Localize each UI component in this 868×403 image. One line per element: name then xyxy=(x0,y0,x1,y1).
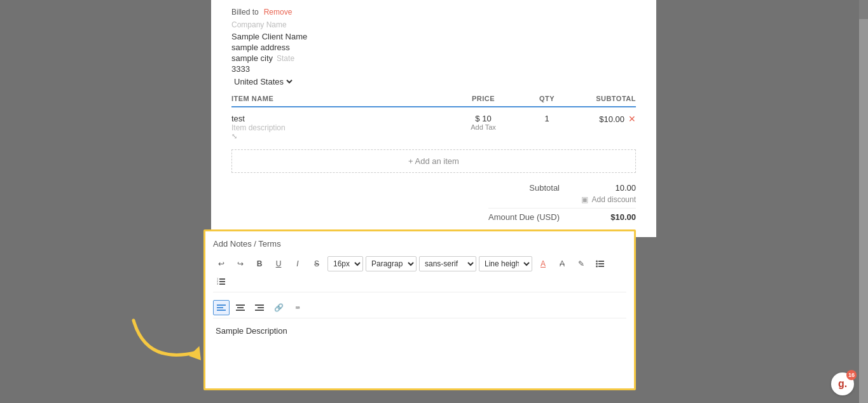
align-center-button[interactable] xyxy=(232,300,249,315)
list-unordered-button[interactable] xyxy=(592,256,609,271)
font-family-select[interactable]: sans-serif serif monospace xyxy=(419,256,476,271)
svg-rect-16 xyxy=(237,307,244,308)
table-row: test Item description ⤡ $ 10 Add Tax 1 $… xyxy=(231,110,636,144)
editor-toolbar-row1: ↩ ↪ B U I S 16px 12px 14px 18px 24px Par… xyxy=(213,254,626,292)
svg-rect-7 xyxy=(219,281,225,282)
align-right-button[interactable] xyxy=(251,300,268,315)
remove-link[interactable]: Remove xyxy=(264,8,293,17)
svg-rect-20 xyxy=(255,310,264,311)
line-height-select[interactable]: Line height 1.0 1.5 2.0 xyxy=(479,256,532,271)
align-left-button[interactable] xyxy=(213,300,230,315)
items-header: ITEM NAME PRICE QTY SUBTOTAL xyxy=(231,95,636,107)
svg-rect-1 xyxy=(598,263,604,264)
link-button[interactable]: 🔗 xyxy=(270,300,287,315)
client-name: Sample Client Name xyxy=(231,32,636,41)
svg-rect-13 xyxy=(217,307,223,308)
item-subtotal-col: $10.00 ✕ xyxy=(572,114,636,124)
editor-text: Sample Description xyxy=(216,326,287,336)
subtotal-row: Subtotal 10.00 xyxy=(529,183,636,193)
billed-to-section: Billed to Remove Company Name Sample Cli… xyxy=(221,0,646,95)
item-price: $ 10 xyxy=(475,114,491,123)
subtotal-label: Subtotal xyxy=(529,183,560,193)
code-button[interactable]: ⌨ xyxy=(289,300,306,315)
invoice-card: Billed to Remove Company Name Sample Cli… xyxy=(211,0,656,237)
billed-to-label: Billed to xyxy=(231,8,259,17)
add-tax-link[interactable]: Add Tax xyxy=(445,123,521,131)
svg-rect-8 xyxy=(219,283,225,285)
add-discount-link[interactable]: Add discount xyxy=(592,195,636,204)
add-item-button[interactable]: + Add an item xyxy=(231,149,636,173)
font-size-select[interactable]: 16px 12px 14px 18px 24px xyxy=(327,256,363,271)
svg-rect-17 xyxy=(236,310,245,311)
font-color-button[interactable]: A xyxy=(535,256,551,271)
redo-button[interactable]: ↪ xyxy=(232,256,249,271)
svg-rect-0 xyxy=(598,261,604,262)
item-resize-handle[interactable]: ⤡ xyxy=(231,132,445,140)
header-price: PRICE xyxy=(445,95,521,102)
amount-due-row: Amount Due (USD) $10.00 xyxy=(488,208,636,222)
client-zip: 3333 xyxy=(231,64,636,74)
svg-rect-6 xyxy=(219,278,225,280)
g-circle: g. 16 xyxy=(831,372,854,395)
discount-row: ▣ Add discount xyxy=(581,195,636,204)
item-name: test xyxy=(231,114,445,123)
arrow-annotation xyxy=(127,314,210,365)
svg-point-4 xyxy=(596,263,598,265)
amount-due-label: Amount Due (USD) xyxy=(488,212,560,222)
svg-text:3: 3 xyxy=(217,282,219,285)
svg-rect-2 xyxy=(598,266,604,267)
special-char-button[interactable]: ✎ xyxy=(573,256,589,271)
notes-section: Add Notes / Terms ↩ ↪ B U I S 16px 12px … xyxy=(203,229,636,390)
svg-point-3 xyxy=(596,261,598,263)
client-address: sample address xyxy=(231,43,636,52)
country-select[interactable]: United States xyxy=(231,76,294,87)
italic-button[interactable]: I xyxy=(289,256,306,271)
items-table: ITEM NAME PRICE QTY SUBTOTAL test Item d… xyxy=(221,95,646,144)
list-ordered-button[interactable]: 123 xyxy=(213,274,230,289)
item-subtotal: $10.00 xyxy=(599,114,624,124)
undo-button[interactable]: ↩ xyxy=(213,256,230,271)
svg-rect-19 xyxy=(258,307,264,308)
g-badge: 16 xyxy=(846,370,857,380)
subtotal-value: 10.00 xyxy=(598,183,636,193)
item-description: Item description xyxy=(231,123,445,132)
clear-format-button[interactable]: A xyxy=(554,256,570,271)
underline-button[interactable]: U xyxy=(270,256,287,271)
amount-due-value: $10.00 xyxy=(598,212,636,222)
editor-content-area[interactable]: Sample Description xyxy=(213,324,626,381)
g-icon[interactable]: g. 16 xyxy=(831,372,854,395)
state-placeholder: State xyxy=(277,54,294,63)
header-qty: QTY xyxy=(521,95,572,102)
client-city-row: sample city State xyxy=(231,53,636,63)
g-letter: g. xyxy=(838,378,847,390)
header-subtotal: SUBTOTAL xyxy=(572,95,636,102)
item-delete-button[interactable]: ✕ xyxy=(628,114,636,124)
notes-title: Add Notes / Terms xyxy=(213,239,626,249)
svg-rect-14 xyxy=(217,310,226,311)
paragraph-select[interactable]: Paragraph Heading 1 Heading 2 xyxy=(366,256,417,271)
svg-rect-12 xyxy=(217,304,226,306)
client-city: sample city xyxy=(231,53,273,63)
totals-section: Subtotal 10.00 ▣ Add discount Amount Due… xyxy=(221,178,646,227)
item-price-col: $ 10 Add Tax xyxy=(445,114,521,131)
editor-toolbar-row2: 🔗 ⌨ xyxy=(213,297,626,318)
discount-icon: ▣ xyxy=(581,195,588,204)
item-name-col: test Item description ⤡ xyxy=(231,114,445,140)
svg-point-5 xyxy=(596,266,598,268)
svg-rect-18 xyxy=(255,304,264,306)
svg-rect-15 xyxy=(236,304,245,306)
billed-to-header: Billed to Remove xyxy=(231,8,636,17)
strikethrough-button[interactable]: S xyxy=(308,256,325,271)
company-name-placeholder: Company Name xyxy=(231,20,636,29)
country-select-row: United States xyxy=(231,76,636,87)
item-qty: 1 xyxy=(521,114,572,123)
bold-button[interactable]: B xyxy=(251,256,268,271)
header-item-name: ITEM NAME xyxy=(231,95,445,102)
